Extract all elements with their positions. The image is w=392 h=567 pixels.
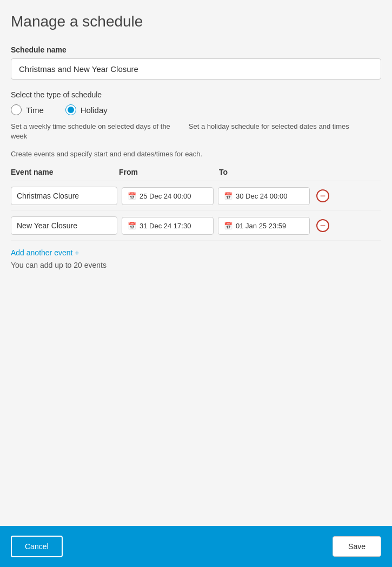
calendar-icon: 📅 — [224, 192, 232, 200]
from-date-text-2: 31 Dec 24 17:30 — [139, 222, 191, 230]
event-to-date-2[interactable]: 📅 01 Jan 25 23:59 — [218, 217, 310, 235]
col-header-from: From — [119, 168, 219, 176]
radio-option-time[interactable]: Time — [11, 104, 44, 115]
radio-group: Time Holiday — [11, 104, 381, 115]
event-to-date-1[interactable]: 📅 30 Dec 24 00:00 — [218, 187, 310, 205]
schedule-type-section: Select the type of schedule Time Holiday… — [11, 90, 381, 141]
max-events-note: You can add up to 20 events — [11, 261, 381, 269]
from-date-text-1: 25 Dec 24 00:00 — [139, 192, 191, 200]
calendar-icon: 📅 — [128, 222, 136, 230]
page-title: Manage a schedule — [11, 13, 381, 30]
radio-time-label: Time — [26, 106, 44, 115]
event-from-date-2[interactable]: 📅 31 Dec 24 17:30 — [122, 217, 214, 235]
event-row: 📅 31 Dec 24 17:30 📅 01 Jan 25 23:59 − — [11, 211, 381, 241]
save-button[interactable]: Save — [333, 536, 381, 557]
schedule-type-label: Select the type of schedule — [11, 90, 381, 99]
to-date-text-1: 30 Dec 24 00:00 — [236, 192, 287, 200]
col-header-event-name: Event name — [11, 168, 119, 176]
to-date-text-2: 01 Jan 25 23:59 — [236, 222, 286, 230]
event-name-input-1[interactable] — [11, 187, 117, 205]
create-events-note: Create events and specify start and end … — [11, 150, 381, 158]
event-name-input-2[interactable] — [11, 216, 117, 235]
remove-event-button-2[interactable]: − — [316, 219, 329, 232]
events-list: 📅 25 Dec 24 00:00 📅 30 Dec 24 00:00 − 📅 … — [11, 181, 381, 241]
add-event-link[interactable]: Add another event + — [11, 248, 79, 257]
calendar-icon: 📅 — [128, 192, 136, 200]
radio-holiday-label: Holiday — [81, 106, 108, 115]
radio-option-holiday[interactable]: Holiday — [65, 104, 108, 115]
schedule-name-field: Schedule name — [11, 45, 381, 80]
remove-event-button-1[interactable]: − — [316, 189, 329, 202]
desc-holiday-text: Set a holiday schedule for selected date… — [189, 122, 381, 141]
col-header-to: To — [219, 168, 319, 176]
event-row: 📅 25 Dec 24 00:00 📅 30 Dec 24 00:00 − — [11, 181, 381, 211]
events-table-header: Event name From To — [11, 168, 381, 181]
footer-bar: Cancel Save — [0, 526, 392, 567]
schedule-name-label: Schedule name — [11, 45, 381, 54]
schedule-descriptions: Set a weekly time schedule on selected d… — [11, 122, 381, 141]
event-from-date-1[interactable]: 📅 25 Dec 24 00:00 — [122, 187, 214, 205]
calendar-icon: 📅 — [224, 222, 232, 230]
desc-time-text: Set a weekly time schedule on selected d… — [11, 122, 189, 141]
schedule-name-input[interactable] — [11, 58, 381, 80]
radio-holiday[interactable] — [65, 104, 76, 115]
radio-time[interactable] — [11, 104, 22, 115]
cancel-button[interactable]: Cancel — [11, 536, 63, 557]
